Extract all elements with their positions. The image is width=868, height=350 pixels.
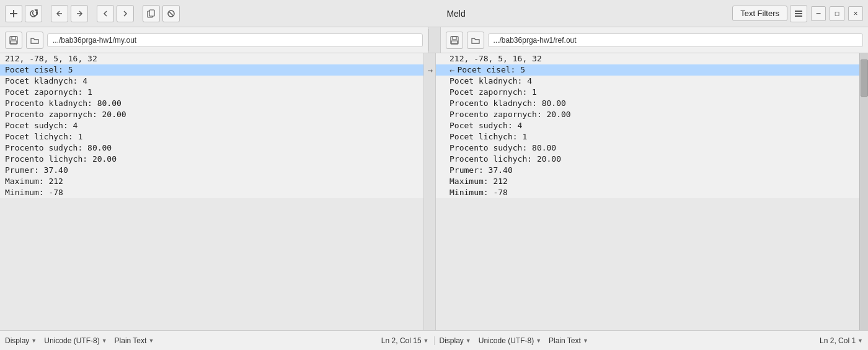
stop-button[interactable] <box>162 5 180 22</box>
right-filebar <box>441 29 869 51</box>
left-display-chevron: ▼ <box>31 338 37 344</box>
left-filepath[interactable] <box>47 33 423 47</box>
new-tab-button[interactable] <box>5 5 22 22</box>
right-encoding-selector[interactable]: Unicode (UTF-8) ▼ <box>479 336 541 345</box>
left-line-12: Maximum: 212 <box>0 176 423 187</box>
right-empty-11 <box>436 310 859 321</box>
left-format-chevron: ▼ <box>148 338 154 344</box>
right-empty-7 <box>436 265 859 276</box>
left-display-selector[interactable]: Display ▼ <box>5 336 37 345</box>
left-line-8: Pocet lichych: 1 <box>0 131 423 142</box>
right-display-label: Display <box>440 336 464 345</box>
svg-line-5 <box>169 12 173 15</box>
left-display-label: Display <box>5 336 29 345</box>
svg-rect-1 <box>10 13 17 14</box>
right-arrow-indicator <box>424 64 436 76</box>
scrollbar-thumb[interactable] <box>861 59 868 97</box>
prev-change-button[interactable] <box>51 5 68 22</box>
right-empty-9 <box>436 287 859 299</box>
svg-rect-12 <box>451 37 458 44</box>
right-diff-pane: 212, -78, 5, 16, 32 ←Pocet cisel: 5 Poce… <box>436 53 859 330</box>
left-empty-6 <box>0 254 423 265</box>
svg-rect-10 <box>12 37 16 40</box>
right-empty-1 <box>436 198 859 209</box>
right-position: Ln 2, Col 1 ▼ <box>820 336 863 345</box>
right-empty-6 <box>436 254 859 265</box>
close-button[interactable]: ✕ <box>848 6 863 21</box>
right-line-9: Procento sudych: 80.00 <box>436 142 859 154</box>
right-line-13: Minimum: -78 <box>436 187 859 198</box>
right-empty-5 <box>436 243 859 254</box>
right-line-5: Procento kladnych: 80.00 <box>436 98 859 109</box>
right-line-11: Prumer: 37.40 <box>436 165 859 176</box>
right-folder-button[interactable] <box>467 32 484 49</box>
filebar <box>0 27 868 53</box>
left-folder-button[interactable] <box>26 32 43 49</box>
left-line-11: Prumer: 37.40 <box>0 165 423 176</box>
copy-button[interactable] <box>143 5 160 22</box>
forward-button[interactable] <box>117 5 134 22</box>
center-gutter: → <box>423 53 436 330</box>
left-format-label: Plain Text <box>115 336 147 345</box>
left-format-selector[interactable]: Plain Text ▼ <box>115 336 154 345</box>
left-position-chevron: ▼ <box>423 338 429 344</box>
back-button[interactable] <box>97 5 114 22</box>
left-empty-12 <box>0 321 423 330</box>
left-line-6: Procento zapornych: 20.00 <box>0 109 423 120</box>
left-diff-content[interactable]: 212, -78, 5, 16, 32 Pocet cisel: 5 Pocet… <box>0 53 423 330</box>
svg-rect-9 <box>10 37 17 44</box>
right-format-chevron: ▼ <box>583 338 588 344</box>
left-line-13: Minimum: -78 <box>0 187 423 198</box>
right-line-4: Pocet zapornych: 1 <box>436 87 859 98</box>
left-filebar <box>0 29 428 51</box>
right-diff-content[interactable]: 212, -78, 5, 16, 32 ←Pocet cisel: 5 Poce… <box>436 53 859 330</box>
right-save-button[interactable] <box>446 32 463 49</box>
minimize-button[interactable]: ─ <box>811 6 826 21</box>
reload-button[interactable] <box>25 5 42 22</box>
left-diff-pane: 212, -78, 5, 16, 32 Pocet cisel: 5 Pocet… <box>0 53 423 330</box>
left-encoding-selector[interactable]: Unicode (UTF-8) ▼ <box>44 336 107 345</box>
svg-rect-13 <box>453 37 456 40</box>
left-empty-1 <box>0 198 423 209</box>
left-line-1: 212, -78, 5, 16, 32 <box>0 53 423 64</box>
svg-rect-7 <box>795 13 802 14</box>
right-empty-3 <box>436 221 859 232</box>
left-line-10: Procento lichych: 20.00 <box>0 154 423 165</box>
right-line-1: 212, -78, 5, 16, 32 <box>436 53 859 64</box>
right-position-label: Ln 2, Col 1 <box>820 336 856 345</box>
svg-rect-11 <box>11 41 17 43</box>
left-empty-8 <box>0 276 423 287</box>
right-format-selector[interactable]: Plain Text ▼ <box>549 336 588 345</box>
right-line-2: ←Pocet cisel: 5 <box>436 64 859 76</box>
svg-rect-8 <box>795 15 802 17</box>
right-display-selector[interactable]: Display ▼ <box>440 336 471 345</box>
right-display-chevron: ▼ <box>466 338 471 344</box>
text-filters-button[interactable]: Text Filters <box>732 6 787 21</box>
left-line-9: Procento sudych: 80.00 <box>0 142 423 154</box>
left-encoding-label: Unicode (UTF-8) <box>44 336 99 345</box>
right-line-7: Pocet sudych: 4 <box>436 120 859 131</box>
right-format-label: Plain Text <box>549 336 581 345</box>
center-divider <box>428 27 441 53</box>
right-line-10: Procento lichych: 20.00 <box>436 154 859 165</box>
scrollbar[interactable] <box>859 53 868 330</box>
left-save-button[interactable] <box>5 32 22 49</box>
right-empty-8 <box>436 276 859 287</box>
right-diff-lines: 212, -78, 5, 16, 32 ←Pocet cisel: 5 Poce… <box>436 53 859 330</box>
maximize-button[interactable]: □ <box>830 6 844 21</box>
left-empty-5 <box>0 243 423 254</box>
left-empty-9 <box>0 287 423 299</box>
menu-button[interactable] <box>790 5 807 22</box>
right-empty-2 <box>436 209 859 221</box>
svg-rect-3 <box>149 10 154 16</box>
right-empty-4 <box>436 232 859 243</box>
right-empty-10 <box>436 299 859 310</box>
right-line-12: Maximum: 212 <box>436 176 859 187</box>
left-statusbar: Display ▼ Unicode (UTF-8) ▼ Plain Text ▼… <box>0 336 435 345</box>
right-filepath[interactable] <box>488 33 864 47</box>
next-change-button[interactable] <box>71 5 88 22</box>
svg-rect-6 <box>795 11 802 12</box>
left-encoding-chevron: ▼ <box>102 338 107 344</box>
right-line-3: Pocet kladnych: 4 <box>436 76 859 87</box>
svg-rect-14 <box>451 41 458 43</box>
